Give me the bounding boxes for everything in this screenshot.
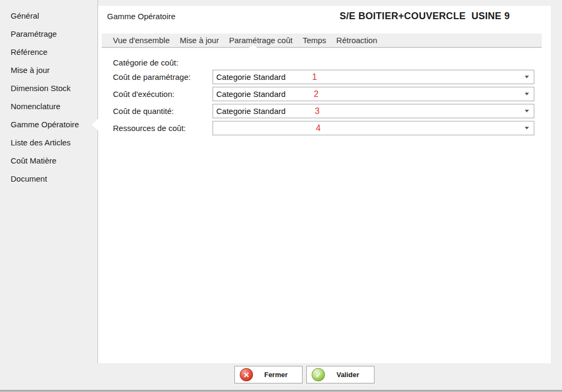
sidebar-item-document[interactable]: Document bbox=[0, 170, 97, 188]
tab-selected-notch-icon bbox=[249, 45, 257, 48]
sidebar-item-nomenclature[interactable]: Nomenclature bbox=[0, 97, 97, 116]
chevron-down-icon bbox=[525, 110, 529, 112]
sidebar-item-liste-des-articles[interactable]: Liste des Articles bbox=[0, 134, 97, 152]
setup-cost-label: Coût de paramétrage: bbox=[113, 70, 191, 84]
page-title: Gamme Opératoire bbox=[107, 12, 175, 21]
execution-cost-dropdown[interactable]: Categorie Standard 2 bbox=[213, 87, 534, 101]
marker-2: 2 bbox=[314, 87, 319, 101]
main-panel: Gamme Opératoire S/E BOITIER+COUVERCLE U… bbox=[98, 6, 551, 363]
sidebar-item-mise-a-jour[interactable]: Mise à jour bbox=[0, 61, 97, 79]
tab-temps[interactable]: Temps bbox=[303, 36, 326, 45]
close-icon: ✕ bbox=[240, 368, 253, 381]
close-button-label: Fermer bbox=[253, 371, 302, 379]
marker-3: 3 bbox=[315, 104, 320, 118]
quantity-cost-label: Coût de quantité: bbox=[113, 104, 174, 118]
marker-4: 4 bbox=[316, 121, 321, 135]
check-icon: ✓ bbox=[312, 368, 325, 381]
sidebar: Général Paramétrage Référence Mise à jou… bbox=[0, 0, 97, 363]
quantity-cost-value: Categorie Standard bbox=[216, 104, 286, 118]
cost-category-section-label: Catégorie de coût: bbox=[113, 58, 178, 67]
cost-resources-dropdown[interactable]: 4 bbox=[213, 121, 534, 135]
quantity-cost-dropdown[interactable]: Categorie Standard 3 bbox=[213, 104, 534, 118]
chevron-down-icon bbox=[525, 93, 529, 95]
sidebar-item-gamme-operatoire[interactable]: Gamme Opératoire bbox=[0, 116, 97, 134]
sidebar-item-general[interactable]: Général bbox=[0, 7, 97, 25]
execution-cost-label: Coût d'exécution: bbox=[113, 87, 174, 101]
setup-cost-dropdown[interactable]: Categorie Standard 1 bbox=[213, 70, 534, 84]
close-button[interactable]: ✕ Fermer bbox=[234, 366, 303, 383]
chevron-down-icon bbox=[525, 127, 529, 129]
tab-mise-a-jour[interactable]: Mise à jour bbox=[180, 36, 219, 45]
sidebar-item-reference[interactable]: Référence bbox=[0, 43, 97, 61]
sidebar-item-dimension-stock[interactable]: Dimension Stock bbox=[0, 79, 97, 97]
sidebar-item-cout-matiere[interactable]: Coût Matière bbox=[0, 152, 97, 170]
cost-resources-label: Ressources de coût: bbox=[113, 121, 186, 135]
execution-cost-value: Categorie Standard bbox=[216, 87, 286, 101]
sidebar-item-parametrage[interactable]: Paramétrage bbox=[0, 25, 97, 43]
validate-button-label: Valider bbox=[325, 371, 374, 379]
chevron-down-icon bbox=[525, 76, 529, 78]
tab-vue-densemble[interactable]: Vue d'ensemble bbox=[113, 36, 170, 45]
tab-parametrage-cout[interactable]: Paramétrage coût bbox=[229, 36, 292, 45]
marker-1: 1 bbox=[312, 70, 317, 84]
setup-cost-value: Categorie Standard bbox=[216, 70, 286, 84]
record-header: S/E BOITIER+COUVERCLE USINE 9 bbox=[339, 11, 510, 22]
tab-bar: Vue d'ensemble Mise à jour Paramétrage c… bbox=[102, 34, 542, 48]
sidebar-selected-notch-icon bbox=[92, 119, 98, 130]
tab-retroaction[interactable]: Rétroaction bbox=[336, 36, 377, 45]
validate-button[interactable]: ✓ Valider bbox=[306, 366, 374, 383]
app-window: Général Paramétrage Référence Mise à jou… bbox=[0, 0, 562, 392]
